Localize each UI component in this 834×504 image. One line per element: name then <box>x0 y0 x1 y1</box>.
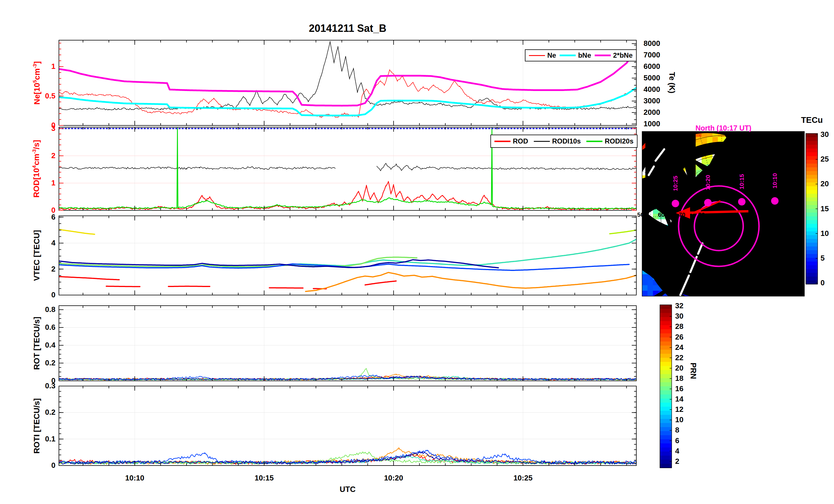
y-axis-label-part: 4 <box>31 165 37 168</box>
track-dot <box>704 199 711 206</box>
legend-label: Ne <box>547 51 556 60</box>
tecu-colorbar-tick-label: 20 <box>820 179 829 188</box>
colorbar-strip <box>660 346 672 350</box>
legend-item: RODI20s <box>586 137 634 145</box>
series-ROD <box>59 181 636 210</box>
colorbar-strip <box>660 362 672 366</box>
map-cell <box>648 280 653 285</box>
prn-colorbar-tick-label: 20 <box>675 364 683 372</box>
prn-colorbar-tick-label: 12 <box>675 405 683 414</box>
colorbar-strip <box>806 224 818 228</box>
colorbar-strip <box>660 439 672 444</box>
colorbar-strip <box>660 342 672 346</box>
ytick-label: 0 <box>51 291 56 299</box>
ytick-label: 6 <box>51 213 56 222</box>
colorbar-strip <box>806 171 818 175</box>
y-axis-label-part: -3 <box>32 64 38 68</box>
colorbar-strip <box>806 213 818 217</box>
te-tick-label: 4000 <box>643 85 660 94</box>
colorbar-strip <box>660 431 672 435</box>
y-axis-label-part: ] <box>32 61 41 64</box>
plot-canvas <box>0 0 834 504</box>
colorbar-strip <box>806 243 818 247</box>
map-grid-label: 70 <box>679 211 685 218</box>
prn-colorbar-tick-label: 6 <box>675 436 679 445</box>
figure: 20141211 Sat_B UTC North (10:17 UT) TECu… <box>0 0 834 504</box>
colorbar-strip <box>660 456 672 460</box>
ytick-label: 0.5 <box>45 92 56 100</box>
legend-ne_te: NebNe2*bNe <box>525 49 637 62</box>
colorbar-strip <box>660 378 672 383</box>
legend-label: RODI20s <box>605 137 634 145</box>
series-prn_yellow <box>59 230 94 234</box>
colorbar-strip <box>660 460 672 464</box>
colorbar-strip <box>806 137 818 141</box>
colorbar-strip <box>660 325 672 329</box>
colorbar-strip <box>660 370 672 374</box>
ytick-label: 1 <box>51 179 56 187</box>
colorbar-strip <box>660 349 672 354</box>
track-time-label: 10:10 <box>771 173 778 188</box>
prn-colorbar-tick-label: 4 <box>675 446 679 456</box>
prn-colorbar-tick-label: 2 <box>675 457 679 466</box>
tecu-colorbar-title: TECu <box>801 115 823 125</box>
colorbar-strip <box>660 321 672 325</box>
y-axis-label-ne_te: Ne[105cm-3] <box>32 61 41 105</box>
tecu-colorbar-tick-label: 5 <box>820 254 825 262</box>
colorbar-strip <box>660 329 672 334</box>
series-prn_red_b <box>106 286 140 287</box>
prn-colorbar-tick-label: 16 <box>675 384 683 393</box>
series-prn_greenyellow <box>610 230 636 234</box>
colorbar-strip <box>806 265 818 269</box>
colorbar-strip <box>806 228 818 232</box>
y-axis-label-part: cm <box>32 154 41 165</box>
map-cell <box>648 285 653 291</box>
ytick-label: 0.3 <box>45 382 56 390</box>
y-axis-label-part: ROD[10 <box>32 168 41 198</box>
y-axis-label-part: /s] <box>32 140 41 150</box>
y-axis-label-part: -3 <box>31 149 37 154</box>
colorbar-strip <box>660 419 672 423</box>
track-dot <box>771 197 778 205</box>
colorbar-strip <box>660 452 672 456</box>
prn-colorbar-tick-label: 8 <box>675 426 679 435</box>
panel-vtec <box>59 216 636 295</box>
map-inner <box>642 132 805 297</box>
colorbar-strip <box>806 235 818 239</box>
colorbar-strip <box>806 141 818 145</box>
prn-colorbar-tick-label: 24 <box>675 343 683 352</box>
prn-colorbar-tick-label: 14 <box>675 395 683 404</box>
legend-line-sample <box>586 141 602 142</box>
figure-title: 20141211 Sat_B <box>309 22 387 35</box>
legend-label: ROD <box>513 137 528 145</box>
colorbar-strip <box>660 443 672 448</box>
colorbar-strip <box>806 250 818 254</box>
colorbar-strip <box>806 280 818 284</box>
colorbar-strip <box>806 194 818 198</box>
tecu-colorbar-tick-label: 25 <box>820 155 829 164</box>
panel-roti <box>59 386 636 465</box>
map-cell <box>648 291 653 297</box>
y-axis-label-part: ROT [TECU/s] <box>32 317 41 370</box>
xtick-label: 10:10 <box>125 474 145 482</box>
xtick-label: 10:20 <box>384 474 403 482</box>
colorbar-strip <box>806 209 818 213</box>
series-roti_navy <box>59 452 636 464</box>
y-axis-label-part: ROTI [TECU/s] <box>32 398 41 454</box>
prn-colorbar <box>660 305 672 468</box>
xtick-label: 10:15 <box>255 474 274 482</box>
panel-rot <box>59 306 636 381</box>
panel-border <box>59 386 636 465</box>
series-prn_red_d <box>269 288 303 288</box>
colorbar-strip <box>660 427 672 431</box>
colorbar-strip <box>660 313 672 317</box>
track-dot <box>672 200 679 207</box>
series-group <box>59 230 636 292</box>
map-cell <box>712 137 718 143</box>
legend-line-sample <box>559 54 576 56</box>
colorbar-strip <box>660 382 672 387</box>
ytick-label: 0.2 <box>45 408 56 417</box>
prn-colorbar-tick-label: 26 <box>675 333 683 342</box>
colorbar-strip <box>660 317 672 321</box>
legend-line-sample <box>529 55 545 56</box>
